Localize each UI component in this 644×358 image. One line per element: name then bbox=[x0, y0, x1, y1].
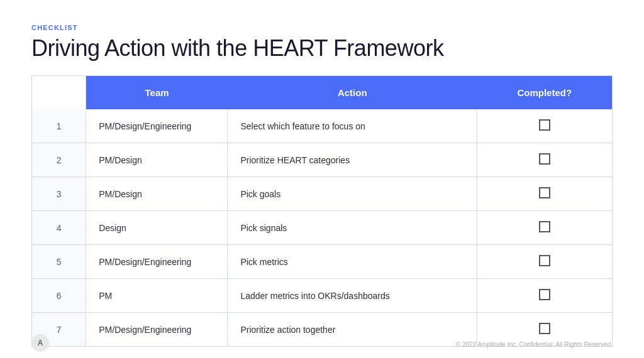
table-row: 5PM/Design/EngineeringPick metrics bbox=[32, 245, 612, 279]
logo-area: A bbox=[31, 334, 49, 352]
row-action: Select which feature to focus on bbox=[228, 109, 477, 143]
row-team: PM/Design bbox=[86, 177, 228, 211]
checkbox-icon[interactable] bbox=[539, 323, 550, 334]
checklist-label: CHECKLIST bbox=[31, 24, 613, 31]
col-header-action: Action bbox=[228, 76, 477, 109]
checkbox-icon[interactable] bbox=[539, 153, 550, 165]
row-team: PM/Design bbox=[86, 143, 228, 177]
row-team: Design bbox=[86, 211, 228, 245]
table-row: 1PM/Design/EngineeringSelect which featu… bbox=[32, 109, 612, 143]
row-completed[interactable] bbox=[477, 177, 612, 211]
amplitude-logo: A bbox=[31, 334, 49, 352]
checkbox-icon[interactable] bbox=[539, 255, 550, 266]
row-action: Prioritize HEART categories bbox=[228, 143, 477, 177]
col-header-team: Team bbox=[86, 76, 228, 109]
row-num: 1 bbox=[32, 109, 86, 143]
page-title: Driving Action with the HEART Framework bbox=[31, 35, 613, 62]
row-team: PM/Design/Engineering bbox=[86, 245, 228, 279]
table-row: 6PMLadder metrics into OKRs/dashboards bbox=[32, 279, 612, 313]
row-action: Pick metrics bbox=[228, 245, 477, 279]
table-row: 4DesignPick signals bbox=[32, 211, 612, 245]
checkbox-icon[interactable] bbox=[539, 187, 550, 198]
checkbox-icon[interactable] bbox=[539, 119, 550, 131]
checkbox-icon[interactable] bbox=[539, 289, 550, 300]
row-num: 6 bbox=[32, 279, 86, 313]
row-num: 4 bbox=[32, 211, 86, 245]
row-action: Pick goals bbox=[228, 177, 477, 211]
row-completed[interactable] bbox=[477, 211, 612, 245]
checklist-table: Team Action Completed? 1PM/Design/Engine… bbox=[32, 76, 612, 346]
row-action: Pick signals bbox=[228, 211, 477, 245]
row-num: 5 bbox=[32, 245, 86, 279]
col-header-completed: Completed? bbox=[477, 76, 612, 109]
table-row: 3PM/DesignPick goals bbox=[32, 177, 612, 211]
row-completed[interactable] bbox=[477, 143, 612, 177]
footer-copyright: © 2022 Amplitude Inc. Confidential. All … bbox=[456, 341, 613, 348]
table-container: Team Action Completed? 1PM/Design/Engine… bbox=[31, 75, 613, 347]
row-team: PM/Design/Engineering bbox=[86, 109, 228, 143]
table-row: 2PM/DesignPrioritize HEART categories bbox=[32, 143, 612, 177]
col-header-num bbox=[32, 76, 86, 109]
row-num: 3 bbox=[32, 177, 86, 211]
row-completed[interactable] bbox=[477, 109, 612, 143]
row-action: Prioritize action together bbox=[228, 313, 477, 347]
row-num: 2 bbox=[32, 143, 86, 177]
row-completed[interactable] bbox=[477, 245, 612, 279]
row-action: Ladder metrics into OKRs/dashboards bbox=[228, 279, 477, 313]
row-team: PM/Design/Engineering bbox=[86, 313, 228, 347]
checkbox-icon[interactable] bbox=[539, 221, 550, 232]
row-team: PM bbox=[86, 279, 228, 313]
page-wrapper: CHECKLIST Driving Action with the HEART … bbox=[0, 0, 644, 358]
row-completed[interactable] bbox=[477, 279, 612, 313]
